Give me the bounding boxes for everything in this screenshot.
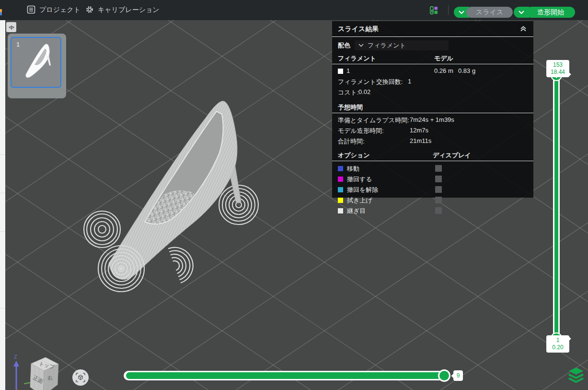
- toolbar-separator: [448, 5, 449, 15]
- support-half-rings: [168, 248, 193, 283]
- tab-calibration-label: キャリブレーション: [98, 6, 160, 14]
- layer-slider-bottom-tooltip: 1 0.20: [546, 335, 569, 353]
- panel-title: スライス結果: [338, 25, 379, 34]
- tab-calibration[interactable]: キャリブレーション: [85, 0, 160, 20]
- time-row: モデル造形時間: 12m7s: [332, 126, 533, 136]
- project-list-icon: [27, 5, 35, 15]
- unretract-label: 撤回を解除: [347, 186, 378, 194]
- calibration-gear-icon: [85, 5, 94, 15]
- travel-display-checkbox[interactable]: [435, 165, 442, 172]
- filament-weight: 0.83 g: [458, 67, 475, 74]
- print-button-group: 造形開始: [514, 7, 575, 18]
- option-row-unretract: 撤回を解除: [332, 185, 533, 195]
- layers-icon: [567, 366, 585, 387]
- layer-slider-fill: [554, 74, 558, 340]
- support-rings-toe: [98, 246, 144, 292]
- cube-right-label: 右: [47, 375, 53, 381]
- cost-label: コスト:: [338, 88, 359, 97]
- slice-result-panel: スライス結果 配色 フィラメント フィラメント モデル 1: [332, 21, 533, 198]
- move-slider-fill: [126, 372, 444, 379]
- option-row-seam: 継ぎ目: [332, 206, 533, 216]
- color-scheme-dropdown[interactable]: フィラメント: [355, 40, 449, 50]
- travel-color-swatch: [338, 166, 343, 171]
- estimated-time-header: 予想時間: [338, 103, 363, 112]
- plate-thumbnail-selected[interactable]: 1: [11, 37, 61, 88]
- chevron-down-icon: [459, 11, 464, 14]
- collapsed-side-panel-edge[interactable]: [0, 20, 5, 390]
- start-print-button[interactable]: 造形開始: [526, 7, 575, 18]
- unretract-display-checkbox[interactable]: [435, 186, 442, 193]
- top-layer-number: 153: [548, 61, 567, 69]
- model-column-header: モデル: [434, 54, 453, 63]
- move-slider-handle[interactable]: [438, 369, 450, 382]
- options-header: オプション: [338, 151, 370, 160]
- model-time-label: モデル造形時間:: [338, 127, 384, 135]
- total-time-label: 合計時間:: [338, 137, 365, 146]
- option-row-travel: 移動: [332, 164, 533, 174]
- filament-column-header: フィラメント: [338, 54, 376, 63]
- retract-label: 撤回する: [347, 175, 372, 184]
- seam-color-swatch: [338, 208, 343, 213]
- filament-table-row: 1 0.26 m 0.83 g: [332, 66, 533, 77]
- chevron-down-icon: [358, 44, 364, 47]
- retract-color-swatch: [338, 177, 343, 182]
- filament-change-count-label: フィラメント交換回数:: [338, 78, 403, 86]
- bottom-layer-number: 1: [548, 337, 567, 344]
- prepare-time-label: 準備とタイムラプス時間:: [338, 116, 409, 125]
- z-axis-label: Z: [14, 354, 17, 360]
- retract-display-checkbox[interactable]: [435, 176, 442, 182]
- top-toolbar: プロジェクト キャリブレーション スライス: [0, 0, 588, 20]
- wipe-display-checkbox[interactable]: [435, 197, 442, 203]
- fit-view-cube-icon: [75, 372, 86, 383]
- chevron-down-icon: [519, 11, 524, 14]
- move-slider-value: 9: [457, 372, 460, 379]
- slice-button-group: スライス: [454, 7, 513, 18]
- plate-index-label: 1: [16, 41, 20, 48]
- tab-project[interactable]: プロジェクト: [27, 0, 81, 20]
- wipe-label: 拭き上げ: [347, 196, 372, 205]
- layers-view-button[interactable]: [567, 366, 585, 387]
- time-row: 合計時間: 21m11s: [332, 136, 533, 147]
- travel-label: 移動: [347, 165, 359, 173]
- top-layer-height: 18.44: [548, 69, 567, 76]
- double-chevron-up-icon[interactable]: [519, 24, 529, 34]
- unretract-color-swatch: [338, 187, 343, 192]
- cost-value: 0.02: [358, 88, 370, 95]
- cube-faces[interactable]: トップ 正面 右: [30, 357, 58, 390]
- color-scheme-value: フィラメント: [368, 41, 406, 50]
- fit-view-button[interactable]: [72, 369, 89, 386]
- seam-display-checkbox[interactable]: [435, 207, 442, 214]
- support-rings-left: [84, 211, 120, 248]
- option-row-wipe: 拭き上げ: [332, 195, 533, 206]
- filament-length: 0.26 m: [434, 67, 453, 74]
- panel-collapse-toggle-button[interactable]: <|>: [6, 22, 16, 32]
- bottom-layer-height: 0.20: [548, 344, 567, 351]
- side-panel-accent-segment: [0, 81, 3, 97]
- color-scheme-label: 配色: [338, 41, 350, 50]
- display-header: ディスプレイ: [433, 151, 471, 160]
- model-time-value: 12m7s: [410, 127, 428, 134]
- prepare-time-value: 7m24s + 1m39s: [410, 116, 454, 123]
- plate-thumbnail-panel: 1: [8, 34, 66, 98]
- move-slider-tooltip: 9: [453, 370, 463, 381]
- clipped-menu-icon[interactable]: [0, 9, 2, 15]
- filament-color-swatch: [338, 69, 343, 74]
- option-row-retract: 撤回する: [332, 174, 533, 185]
- wipe-color-swatch: [338, 198, 343, 203]
- tab-project-label: プロジェクト: [39, 6, 81, 14]
- seam-label: 継ぎ目: [347, 207, 366, 215]
- viewport-3d[interactable]: <|> 1 スライス結果 配色: [0, 20, 588, 390]
- slice-result-header: スライス結果: [332, 21, 533, 37]
- filament-id: 1: [346, 67, 350, 74]
- plate-layout-icon[interactable]: [430, 0, 438, 20]
- time-row: 準備とタイムラプス時間: 7m24s + 1m39s: [332, 115, 533, 126]
- layer-slider-top-tooltip: 153 18.44: [546, 60, 569, 77]
- total-time-value: 21m11s: [410, 137, 431, 144]
- filament-change-count-value: 1: [408, 78, 411, 85]
- slice-button[interactable]: スライス: [466, 7, 513, 18]
